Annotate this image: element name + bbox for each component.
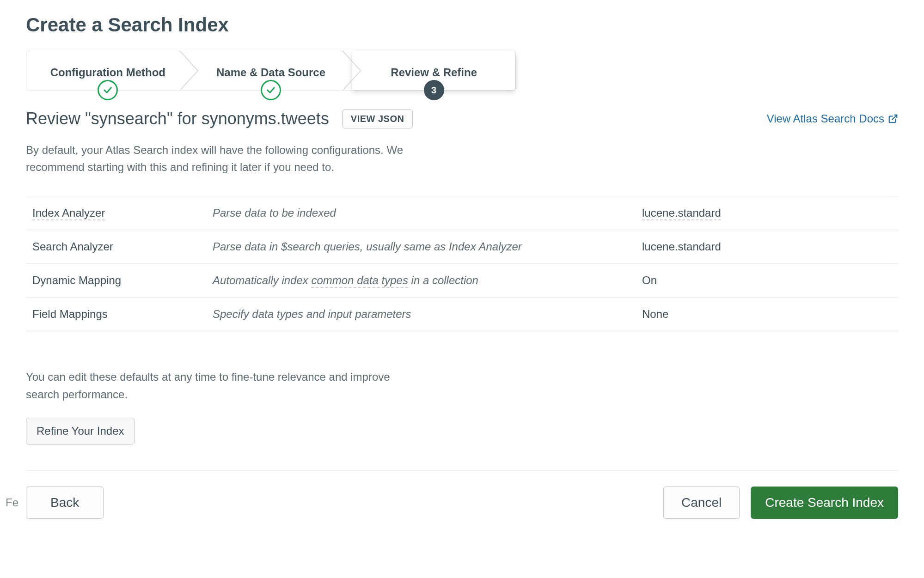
table-row: Index Analyzer Parse data to be indexed …	[26, 196, 898, 230]
config-value: lucene.standard	[642, 207, 892, 219]
check-icon	[261, 80, 281, 100]
config-value: None	[642, 308, 892, 321]
config-label: Dynamic Mapping	[32, 274, 213, 287]
external-link-icon	[888, 114, 898, 124]
config-description: Parse data in $search queries, usually s…	[213, 240, 642, 253]
step-label: Review & Refine	[391, 62, 477, 79]
config-label: Search Analyzer	[32, 240, 213, 253]
subheader: Review "synsearch" for synonyms.tweets V…	[26, 109, 898, 128]
wizard-stepper: Configuration Method Name & Data Source …	[26, 51, 516, 91]
step-number-badge: 3	[424, 80, 444, 100]
table-row: Dynamic Mapping Automatically index comm…	[26, 264, 898, 298]
back-button[interactable]: Back	[26, 487, 104, 519]
check-icon	[98, 80, 118, 100]
table-row: Field Mappings Specify data types and in…	[26, 298, 898, 331]
config-value: On	[642, 274, 892, 287]
step-configuration-method[interactable]: Configuration Method	[26, 51, 190, 90]
config-description: Parse data to be indexed	[213, 207, 642, 219]
docs-link-label: View Atlas Search Docs	[767, 112, 884, 125]
step-label: Configuration Method	[50, 62, 165, 79]
more-text: You can edit these defaults at any time …	[26, 368, 410, 402]
create-search-index-button[interactable]: Create Search Index	[751, 487, 898, 519]
page-title: Create a Search Index	[26, 14, 898, 36]
intro-text: By default, your Atlas Search index will…	[26, 141, 442, 176]
config-description: Specify data types and input parameters	[213, 308, 642, 321]
cancel-button[interactable]: Cancel	[663, 487, 740, 519]
config-label: Field Mappings	[32, 308, 213, 321]
step-label: Name & Data Source	[216, 62, 325, 79]
config-description: Automatically index common data types in…	[213, 274, 642, 287]
step-name-data-source[interactable]: Name & Data Source	[190, 51, 353, 90]
table-row: Search Analyzer Parse data in $search qu…	[26, 230, 898, 264]
footer-bar: Fe Back Cancel Create Search Index	[26, 470, 898, 519]
svg-line-0	[892, 115, 897, 120]
review-title: Review "synsearch" for synonyms.tweets	[26, 109, 329, 128]
config-table: Index Analyzer Parse data to be indexed …	[26, 196, 898, 331]
refine-index-button[interactable]: Refine Your Index	[26, 418, 135, 444]
docs-link[interactable]: View Atlas Search Docs	[767, 112, 898, 125]
view-json-button[interactable]: VIEW JSON	[342, 110, 413, 128]
config-label: Index Analyzer	[32, 207, 213, 219]
step-review-refine[interactable]: Review & Refine 3	[352, 51, 515, 90]
config-value: lucene.standard	[642, 240, 892, 253]
